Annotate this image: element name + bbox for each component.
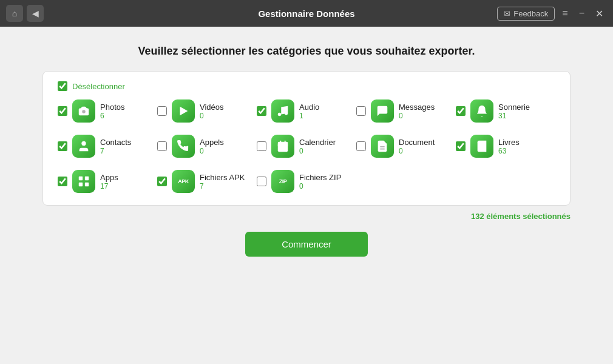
svg-rect-13 (85, 177, 89, 180)
mail-icon: ✉ (504, 9, 510, 18)
count-number: 132 (471, 212, 484, 221)
titlebar-right: ✉ Feedback ≡ − ✕ (497, 7, 607, 21)
checkbox-apps[interactable] (58, 177, 67, 186)
selected-count-text: 132 éléments sélectionnés (471, 212, 571, 221)
count-suffix: éléments sélectionnés (484, 212, 571, 221)
home-button[interactable]: ⌂ (6, 5, 23, 22)
count-audio: 1 (299, 112, 319, 120)
info-apps: Apps 17 (100, 173, 118, 190)
icon-calendrier: 03 (271, 135, 294, 158)
page-title: Veuillez sélectionner les catégories que… (138, 45, 475, 58)
checkbox-fichiers-zip[interactable] (257, 177, 266, 186)
icon-appels (172, 135, 195, 158)
category-item-contacts: Contacts 7 (58, 135, 157, 158)
svg-point-3 (285, 112, 288, 115)
checkbox-messages[interactable] (356, 106, 366, 116)
name-calendrier: Calendrier (299, 138, 336, 147)
categories-grid: Photos 6 Vidéos 0 Audio 1 (58, 99, 555, 193)
close-button[interactable]: ✕ (592, 7, 607, 21)
info-messages: Messages 0 (399, 103, 435, 120)
icon-apps (72, 170, 95, 193)
info-livres: Livres 63 (498, 138, 520, 155)
count-videos: 0 (200, 112, 224, 120)
icon-livres (470, 135, 493, 158)
svg-point-4 (81, 141, 86, 146)
bottom-row: 132 éléments sélectionnés (42, 212, 571, 221)
back-button[interactable]: ◀ (27, 5, 44, 22)
svg-point-0 (82, 110, 86, 113)
checkbox-appels[interactable] (157, 141, 167, 151)
category-item-messages: Messages 0 (356, 99, 456, 123)
minimize-button[interactable]: − (575, 7, 588, 20)
info-document: Document 0 (399, 138, 435, 155)
name-messages: Messages (399, 103, 435, 112)
select-all-row: Désélectionner (58, 81, 555, 91)
count-contacts: 7 (100, 147, 131, 155)
svg-marker-1 (180, 107, 188, 116)
name-contacts: Contacts (100, 138, 131, 147)
category-item-fichiers-apk: APK Fichiers APK 7 (157, 170, 257, 193)
titlebar-left: ⌂ ◀ (6, 5, 44, 22)
category-item-fichiers-zip: ZIP Fichiers ZIP 0 (257, 170, 356, 193)
count-document: 0 (399, 147, 435, 155)
info-videos: Vidéos 0 (200, 103, 224, 120)
icon-document (371, 135, 394, 158)
feedback-button[interactable]: ✉ Feedback (497, 7, 555, 21)
info-appels: Appels 0 (200, 138, 224, 155)
info-fichiers-apk: Fichiers APK 7 (200, 173, 245, 190)
checkbox-contacts[interactable] (58, 141, 67, 151)
category-item-sonnerie: Sonnerie 31 (456, 99, 555, 123)
name-document: Document (399, 138, 435, 147)
menu-icon: ≡ (562, 8, 567, 18)
name-audio: Audio (299, 103, 319, 112)
svg-rect-12 (79, 177, 83, 180)
close-icon: ✕ (595, 8, 603, 19)
name-appels: Appels (200, 138, 224, 147)
back-icon: ◀ (32, 8, 39, 18)
category-item-apps: Apps 17 (58, 170, 157, 193)
count-fichiers-zip: 0 (299, 182, 341, 190)
count-appels: 0 (200, 147, 224, 155)
name-photos: Photos (100, 103, 124, 112)
name-fichiers-zip: Fichiers ZIP (299, 173, 341, 182)
info-audio: Audio 1 (299, 103, 319, 120)
info-fichiers-zip: Fichiers ZIP 0 (299, 173, 341, 190)
checkbox-photos[interactable] (58, 106, 67, 116)
category-item-livres: Livres 63 (456, 135, 555, 158)
menu-button[interactable]: ≡ (558, 7, 571, 20)
checkbox-audio[interactable] (257, 106, 266, 116)
checkbox-videos[interactable] (157, 106, 167, 116)
checkbox-document[interactable] (356, 141, 366, 151)
svg-rect-14 (79, 183, 83, 186)
name-videos: Vidéos (200, 103, 224, 112)
count-calendrier: 0 (299, 147, 336, 155)
count-livres: 63 (498, 147, 520, 155)
icon-audio (271, 99, 294, 123)
info-calendrier: Calendrier 0 (299, 138, 336, 155)
icon-videos (172, 99, 195, 123)
info-sonnerie: Sonnerie 31 (498, 103, 530, 120)
name-fichiers-apk: Fichiers APK (200, 173, 245, 182)
icon-photos (72, 99, 95, 123)
icon-messages (371, 99, 394, 123)
checkbox-calendrier[interactable] (257, 141, 266, 151)
titlebar: ⌂ ◀ Gestionnaire Données ✉ Feedback ≡ − … (0, 0, 613, 27)
minimize-icon: − (579, 8, 584, 18)
select-all-checkbox[interactable] (58, 81, 67, 91)
count-messages: 0 (399, 112, 435, 120)
checkbox-fichiers-apk[interactable] (157, 177, 167, 186)
count-sonnerie: 31 (498, 112, 530, 120)
category-item-calendrier: 03 Calendrier 0 (257, 135, 356, 158)
main-content: Veuillez sélectionner les catégories que… (0, 27, 613, 364)
category-item-photos: Photos 6 (58, 99, 157, 123)
checkbox-livres[interactable] (456, 141, 466, 151)
start-button[interactable]: Commencer (245, 232, 368, 257)
checkbox-sonnerie[interactable] (456, 106, 466, 116)
name-sonnerie: Sonnerie (498, 103, 530, 112)
app-title: Gestionnaire Données (258, 8, 354, 19)
category-item-videos: Vidéos 0 (157, 99, 257, 123)
icon-fichiers-apk: APK (172, 170, 195, 193)
category-item-appels: Appels 0 (157, 135, 257, 158)
icon-fichiers-zip: ZIP (271, 170, 294, 193)
deselect-label[interactable]: Désélectionner (72, 82, 125, 91)
